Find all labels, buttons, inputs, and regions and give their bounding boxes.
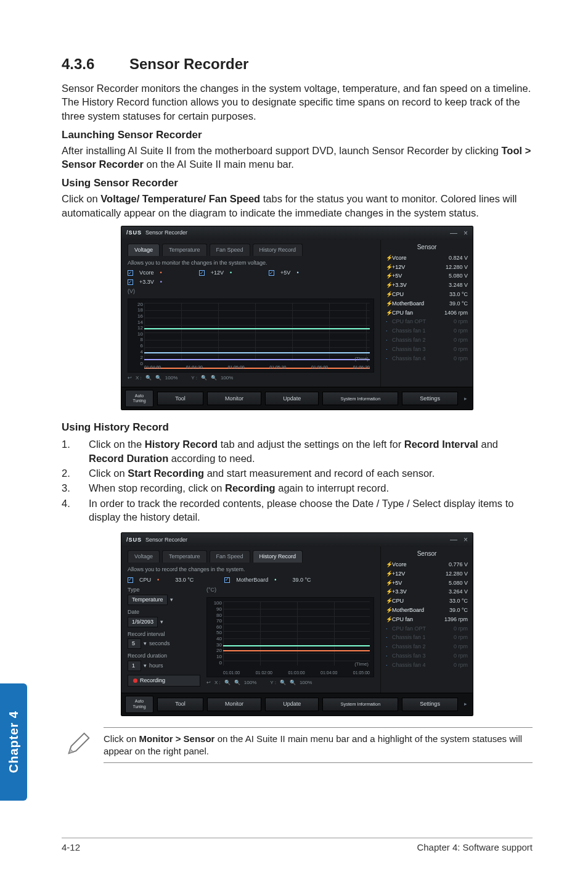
sensor-name: +12V [392, 571, 446, 577]
tab-voltage[interactable]: Voltage [128, 244, 160, 256]
type-select[interactable]: Temperature [128, 595, 168, 605]
zoom-in-icon[interactable]: 🔍 [280, 680, 286, 686]
x-tick: 01:01:00 [223, 670, 240, 675]
dot-icon: • [160, 270, 162, 276]
zoom-in-icon[interactable]: 🔍 [201, 375, 207, 381]
sensor-row: ⚡Vcore0.824 V [386, 254, 468, 263]
step-item: When stop recording, click on Recording … [62, 481, 533, 495]
label-vcore: Vcore [139, 270, 154, 276]
y-tick: 40 [210, 636, 222, 642]
type-label: Type [128, 587, 200, 593]
update-button[interactable]: Update [265, 698, 319, 711]
undo-icon[interactable]: ↩ [128, 375, 132, 381]
sensor-row: ·Chassis fan 20 rpm [386, 642, 468, 651]
checkbox-5v[interactable] [269, 270, 274, 276]
history-chart: 100 90 80 70 60 50 40 30 20 10 0 [206, 597, 374, 677]
window-title: Sensor Recorder [145, 537, 187, 543]
checkbox-12v[interactable] [199, 270, 205, 276]
sensor-row: ·Chassis fan 10 rpm [386, 633, 468, 642]
settings-button[interactable]: Settings [402, 392, 458, 405]
update-button[interactable]: Update [265, 392, 319, 405]
interval-input[interactable]: 5 [128, 638, 141, 649]
tool-button[interactable]: Tool [157, 698, 203, 711]
monitor-button[interactable]: Monitor [207, 698, 261, 711]
system-info-button[interactable]: System Information [322, 392, 398, 405]
sensor-value: 33.0 °C [449, 598, 468, 604]
checkbox-motherboard[interactable] [224, 577, 230, 583]
recording-button[interactable]: Recording [128, 675, 200, 687]
sensor-panel-header: Sensor [386, 244, 468, 251]
sensor-value: 5.080 V [449, 580, 468, 587]
x-tick: 01:05:00 [353, 670, 370, 675]
settings-button[interactable]: Settings [402, 698, 458, 711]
step-item: Click on the History Record tab and adju… [62, 437, 533, 465]
close-icon[interactable]: × [463, 229, 468, 237]
zoom-in-icon[interactable]: 🔍 [224, 680, 231, 686]
section-number: 4.3.6 [62, 56, 129, 73]
undo-icon[interactable]: ↩ [206, 680, 211, 686]
tool-button[interactable]: Tool [157, 392, 203, 405]
tab-description: Allows you to record the changes in the … [128, 566, 374, 573]
zoom-bar: ↩ X :🔍🔍100% Y :🔍🔍100% [206, 680, 374, 686]
sensor-value: 0 rpm [454, 625, 468, 632]
sensor-value: 0 rpm [454, 346, 468, 353]
zoom-out-icon[interactable]: 🔍 [290, 680, 296, 686]
sensor-row: ·Chassis fan 20 rpm [386, 336, 468, 345]
chevron-down-icon[interactable]: ▾ [170, 596, 173, 603]
sensor-row: ⚡+5V5.080 V [386, 271, 468, 281]
sensor-icon: ⚡ [386, 571, 392, 577]
tab-temperature[interactable]: Temperature [162, 550, 207, 563]
sensor-name: Chassis fan 4 [392, 355, 454, 362]
tab-fan-speed[interactable]: Fan Speed [210, 550, 250, 563]
tab-temperature[interactable]: Temperature [162, 244, 207, 256]
sensor-icon: · [386, 337, 392, 344]
minimize-icon[interactable]: — [450, 535, 457, 544]
x-tick: 01:02:00 [256, 670, 272, 675]
sensor-row: ·CPU fan OPT0 rpm [386, 317, 468, 326]
sensor-name: Chassis fan 1 [392, 634, 454, 641]
x-tick: 01:04:00 [321, 670, 337, 675]
checkbox-vcore[interactable] [128, 270, 133, 276]
chevron-down-icon[interactable]: ▾ [144, 640, 147, 647]
sensor-icon: · [386, 346, 392, 353]
system-info-button[interactable]: System Information [322, 698, 398, 711]
checkbox-cpu[interactable] [128, 577, 133, 583]
tab-bar: Voltage Temperature Fan Speed History Re… [128, 550, 374, 563]
zoom-in-icon[interactable]: 🔍 [145, 375, 152, 381]
minimize-icon[interactable]: — [450, 229, 457, 237]
duration-input[interactable]: 1 [128, 661, 141, 671]
sensor-row: ⚡CPU fan1396 rpm [386, 615, 468, 624]
sensor-row: ⚡+3.3V3.248 V [386, 281, 468, 290]
window-title: Sensor Recorder [145, 229, 187, 236]
sensor-value: 12.280 V [446, 571, 468, 577]
chevron-right-icon[interactable]: ▸ [462, 395, 469, 402]
tab-voltage[interactable]: Voltage [128, 550, 160, 563]
dot-icon: • [157, 577, 159, 584]
y-tick: 30 [210, 642, 222, 648]
duration-unit: hours [149, 662, 163, 669]
voltage-chart: 20 18 16 14 12 10 8 6 4 2 0 [128, 299, 374, 373]
chevron-right-icon[interactable]: ▸ [462, 701, 469, 708]
auto-tuning-button[interactable]: AutoTuning [125, 390, 153, 407]
zoom-out-icon[interactable]: 🔍 [155, 375, 161, 381]
date-select[interactable]: 1/9/2093 [128, 617, 158, 627]
tab-history-record[interactable]: History Record [253, 244, 303, 256]
tab-history-record[interactable]: History Record [253, 550, 303, 563]
sensor-value: 3.248 V [449, 282, 468, 289]
sensor-icon: ⚡ [386, 588, 392, 595]
checkbox-33v[interactable] [128, 279, 133, 285]
zoom-out-icon[interactable]: 🔍 [211, 375, 217, 381]
tab-fan-speed[interactable]: Fan Speed [210, 244, 250, 256]
label-12v: +12V [211, 270, 224, 276]
monitor-button[interactable]: Monitor [207, 392, 261, 405]
history-steps: Click on the History Record tab and adju… [62, 437, 533, 524]
auto-tuning-button[interactable]: AutoTuning [125, 696, 153, 713]
zoom-out-icon[interactable]: 🔍 [234, 680, 240, 686]
sensor-name: Chassis fan 2 [392, 643, 454, 650]
time-axis-label: (Time) [354, 356, 369, 362]
close-icon[interactable]: × [463, 535, 468, 544]
chapter-footer-title: Chapter 4: Software support [417, 842, 533, 852]
zoom-y-value: 100% [221, 375, 233, 381]
chevron-down-icon[interactable]: ▾ [144, 662, 147, 669]
chevron-down-icon[interactable]: ▾ [160, 619, 163, 625]
